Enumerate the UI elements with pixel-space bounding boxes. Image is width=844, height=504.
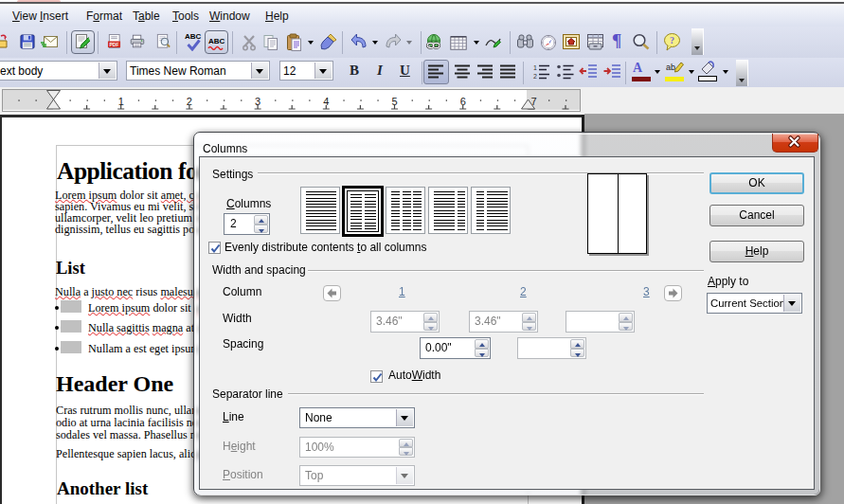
svg-text:3: 3 xyxy=(255,96,260,107)
svg-text:2: 2 xyxy=(187,96,192,107)
svg-text:1: 1 xyxy=(118,96,124,107)
svg-text:PDF: PDF xyxy=(109,42,118,47)
svg-text:?: ? xyxy=(670,35,674,45)
svg-text:6: 6 xyxy=(460,96,466,107)
svg-text:5: 5 xyxy=(391,96,397,107)
svg-text:ab: ab xyxy=(666,63,675,72)
svg-text:7: 7 xyxy=(530,96,536,107)
svg-text:2: 2 xyxy=(533,73,537,80)
svg-text:4: 4 xyxy=(323,96,329,107)
svg-text:1: 1 xyxy=(533,64,537,71)
